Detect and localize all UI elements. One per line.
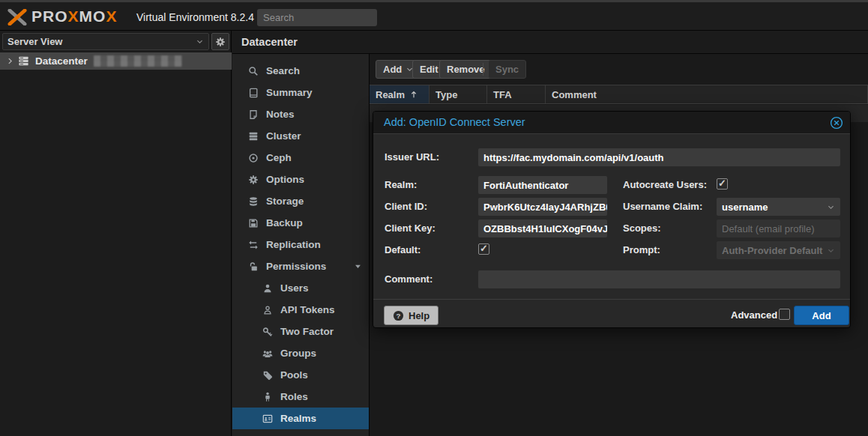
column-header-comment[interactable]: Comment (546, 85, 868, 103)
view-selector-dropdown[interactable]: Server View (2, 33, 209, 50)
add-openid-dialog: Add: OpenID Connect Server Issuer URL: h… (373, 111, 851, 328)
users-icon (262, 348, 274, 359)
realm-field[interactable]: FortiAuthenticator (478, 176, 607, 194)
view-selector-label: Server View (7, 36, 62, 47)
help-button[interactable]: ? Help (384, 306, 438, 325)
sidebar-item-label: Permissions (266, 261, 326, 272)
add-submit-button[interactable]: Add (794, 306, 849, 325)
client-id-label: Client ID: (385, 201, 427, 212)
chevron-down-icon (827, 246, 835, 255)
user-icon (262, 283, 274, 294)
scopes-field[interactable] (717, 219, 840, 237)
sidebar-item-partial[interactable] (232, 429, 370, 436)
tree-item-datacenter[interactable]: Datacenter (0, 52, 232, 70)
add-button-label: Add (383, 64, 402, 75)
sidebar-item-label: Search (266, 65, 300, 76)
username-claim-dropdown[interactable]: username (717, 198, 840, 216)
issuer-url-label: Issuer URL: (385, 151, 439, 163)
sidebar-item-summary[interactable]: Summary (232, 82, 370, 103)
column-header-realm[interactable]: Realm (370, 85, 430, 103)
svg-text:?: ? (396, 311, 400, 319)
client-key-field[interactable]: OZBBbst4H1luICXogF04vJl (478, 219, 607, 237)
scopes-label: Scopes: (623, 222, 661, 234)
sidebar-item-permissions[interactable]: Permissions (232, 255, 370, 277)
sidebar-item-api-tokens[interactable]: API Tokens (232, 299, 370, 321)
server-icon (18, 55, 29, 67)
edit-button-label: Edit (420, 64, 438, 75)
sidebar-item-storage[interactable]: Storage (232, 190, 370, 212)
global-search-input[interactable] (257, 9, 377, 26)
sidebar-item-groups[interactable]: Groups (232, 342, 370, 364)
sidebar-item-label: Users (280, 282, 309, 294)
chevron-down-icon (827, 203, 835, 211)
issuer-url-field[interactable]: https://fac.mydomain.com/api/v1/oauth (478, 148, 840, 166)
remove-button[interactable]: Remove (439, 60, 492, 79)
caret-down-icon[interactable] (354, 262, 362, 270)
sort-ascending-icon (409, 90, 418, 99)
proxmox-logo-text: PROXMOX (31, 7, 117, 25)
chevron-down-icon (196, 37, 204, 46)
sidebar-item-notes[interactable]: Notes (232, 103, 370, 125)
content-header: Datacenter (232, 31, 868, 54)
help-button-label: Help (409, 310, 430, 321)
cluster-icon (247, 131, 259, 142)
sidebar-item-label: Summary (266, 87, 313, 98)
sync-button-label: Sync (495, 64, 519, 75)
prompt-dropdown[interactable]: Auth-Provider Default (717, 241, 840, 259)
sidebar-item-cluster[interactable]: Cluster (232, 125, 370, 147)
storage-icon (247, 196, 259, 207)
remove-button-label: Remove (447, 64, 485, 75)
search-icon (247, 66, 259, 76)
ceph-icon (247, 153, 259, 163)
sidebar-item-realms[interactable]: Realms (232, 408, 370, 429)
sidebar-item-pools[interactable]: Pools (232, 364, 370, 386)
tree-settings-button[interactable] (211, 33, 229, 50)
question-icon: ? (393, 310, 404, 321)
sidebar-item-label: API Tokens (280, 304, 335, 315)
redacted-node-name (94, 55, 182, 67)
sidebar-item-label: Cluster (266, 130, 301, 142)
sidebar-item-options[interactable]: Options (232, 169, 370, 190)
key-icon (262, 327, 274, 337)
sidebar-item-label: Realms (280, 413, 316, 424)
sidebar-item-two-factor[interactable]: Two Factor (232, 321, 370, 342)
sidebar-item-label: Groups (280, 348, 316, 359)
sidebar-item-search[interactable]: Search (232, 60, 370, 82)
close-icon[interactable] (830, 116, 843, 130)
advanced-checkbox[interactable] (779, 309, 790, 320)
client-id-field[interactable]: PwbrK6Utcz4IayJ4ARhjZB0 (478, 198, 607, 216)
sync-button[interactable]: Sync (488, 60, 526, 79)
sidebar-item-replication[interactable]: Replication (232, 234, 370, 255)
sidebar-item-label: Ceph (266, 152, 292, 163)
sidebar-item-users[interactable]: Users (232, 277, 370, 299)
expander-arrow-icon[interactable] (6, 55, 16, 68)
datacenter-menu: SearchSummaryNotesClusterCephOptionsStor… (232, 54, 370, 436)
proxmox-app-window: PROXMOX Virtual Environment 8.2.4 Server… (0, 0, 868, 436)
resource-tree-panel: Server View Datacenter (0, 31, 232, 436)
realm-label: Realm: (385, 179, 417, 190)
sidebar-item-label: Pools (280, 369, 308, 381)
sidebar-item-backup[interactable]: Backup (232, 212, 370, 234)
tree-item-label: Datacenter (35, 55, 88, 67)
version-label: Virtual Environment 8.2.4 (136, 11, 254, 23)
client-key-label: Client Key: (385, 222, 435, 234)
user-outline-icon (262, 305, 274, 315)
sidebar-item-label: Options (266, 174, 304, 185)
gear-icon (215, 37, 226, 47)
sidebar-item-ceph[interactable]: Ceph (232, 147, 370, 169)
dialog-title: Add: OpenID Connect Server (384, 116, 525, 128)
sidebar-item-label: Roles (280, 391, 308, 402)
comment-field[interactable] (478, 270, 840, 288)
column-header-type[interactable]: Type (430, 85, 487, 103)
sidebar-item-roles[interactable]: Roles (232, 386, 370, 408)
top-bar: PROXMOX Virtual Environment 8.2.4 (0, 0, 868, 31)
autocreate-users-checkbox[interactable] (717, 178, 728, 190)
dialog-footer: ? Help Advanced Add (373, 299, 850, 328)
column-header-label: Comment (552, 89, 597, 100)
sidebar-item-label: Notes (266, 109, 295, 120)
dialog-titlebar[interactable]: Add: OpenID Connect Server (373, 112, 850, 134)
default-checkbox[interactable] (478, 243, 489, 255)
column-header-label: Realm (376, 89, 405, 100)
replication-icon (247, 240, 259, 250)
column-header-tfa[interactable]: TFA (487, 85, 546, 103)
